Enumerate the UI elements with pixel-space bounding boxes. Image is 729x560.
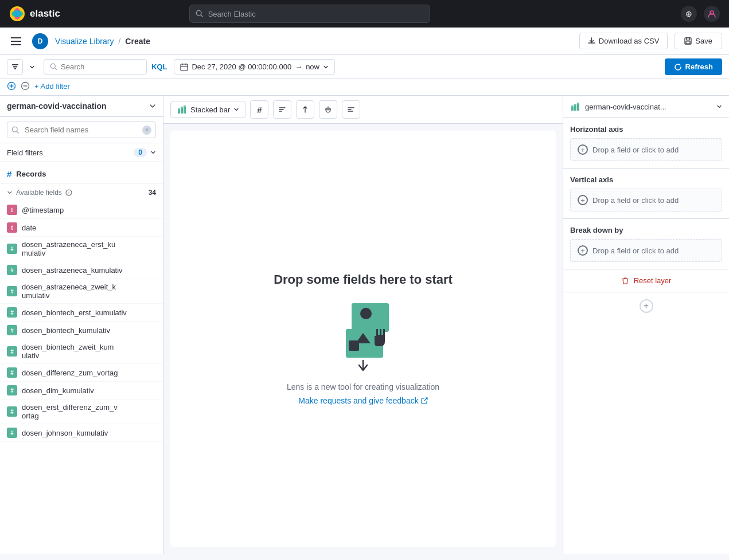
minus-filter-button[interactable]: [21, 81, 30, 91]
add-layer-row[interactable]: +: [563, 292, 729, 320]
available-fields-header: Available fields i 34: [0, 184, 163, 201]
clear-search-icon[interactable]: ✕: [142, 126, 151, 135]
search-input[interactable]: [61, 62, 130, 71]
user-avatar-icon[interactable]: [704, 6, 720, 22]
field-type-badge-number: #: [7, 307, 17, 318]
search-input-wrapper[interactable]: [44, 59, 147, 75]
external-link-icon: [421, 397, 428, 404]
records-label: Records: [16, 170, 46, 178]
svg-rect-48: [574, 105, 576, 111]
svg-rect-28: [178, 110, 180, 113]
download-icon: [588, 37, 595, 45]
filter-dropdown-button[interactable]: [25, 59, 39, 75]
feedback-link[interactable]: Make requests and give feedback: [298, 396, 427, 405]
svg-text:i: i: [68, 191, 69, 195]
breakdown-drop-box[interactable]: + Drop a field or click to add: [570, 239, 722, 262]
drop-title: Drop some fields here to start: [274, 272, 453, 287]
search-icon: [50, 63, 57, 71]
filter-icon-button[interactable]: [7, 59, 23, 75]
field-filters-count-badge: 0: [134, 148, 147, 157]
hamburger-button[interactable]: [7, 32, 25, 50]
add-filter-row: + Add filter: [0, 79, 729, 96]
field-item[interactable]: t @timestamp: [0, 201, 163, 219]
add-layer-plus-icon: +: [640, 299, 653, 313]
reset-layer-label: Reset layer: [634, 276, 672, 285]
date-range-picker[interactable]: Dec 27, 2020 @ 00:00:00.000 → now: [174, 59, 335, 75]
refresh-button[interactable]: Refresh: [665, 58, 722, 75]
chart-type-selector[interactable]: Stacked bar: [170, 101, 245, 118]
horizontal-axis-label: Horizontal axis: [570, 125, 722, 134]
field-type-badge-number: #: [7, 325, 17, 335]
reset-layer-row[interactable]: Reset layer: [563, 269, 729, 292]
field-type-badge-number: #: [7, 286, 17, 296]
top-nav: elastic Search Elastic ⊕: [0, 0, 729, 28]
settings-toolbar-button[interactable]: [342, 100, 360, 119]
center-canvas: Stacked bar # Drop some fields here to s…: [163, 96, 563, 554]
field-item[interactable]: # dosen_astrazeneca_zweit_kumulativ: [0, 279, 163, 304]
field-filters-chevron: [150, 150, 156, 155]
filter-icon: [11, 63, 19, 71]
save-button[interactable]: Save: [675, 33, 722, 49]
field-type-badge-number: #: [7, 406, 17, 417]
svg-rect-9: [686, 41, 690, 44]
svg-rect-12: [14, 68, 16, 69]
drop-canvas[interactable]: Drop some fields here to start: [170, 131, 556, 547]
elastic-logo[interactable]: elastic: [9, 6, 60, 22]
vertical-axis-placeholder: Drop a field or click to add: [592, 196, 679, 205]
hamburger-line: [11, 44, 21, 45]
field-filters-row[interactable]: Field filters 0: [0, 143, 163, 162]
field-name: dosen_astrazeneca_zweit_kumulativ: [22, 283, 116, 300]
feedback-label: Make requests and give feedback: [298, 396, 418, 405]
download-csv-button[interactable]: Download as CSV: [579, 33, 668, 49]
field-item[interactable]: # dosen_astrazeneca_kumulativ: [0, 261, 163, 279]
field-search-container: ✕: [7, 122, 156, 138]
right-panel-index-row[interactable]: german-covid-vaccinat...: [563, 96, 729, 118]
fields-list: # Records Available fields i 34 t @times…: [0, 162, 163, 554]
drag-toolbar-button[interactable]: [319, 100, 337, 119]
sort-toolbar-button[interactable]: [273, 100, 291, 119]
breakdown-label: Break down by: [570, 226, 722, 234]
field-item[interactable]: # dosen_johnson_kumulativ: [0, 424, 163, 442]
svg-rect-10: [12, 64, 18, 65]
add-filter-button[interactable]: + Add filter: [34, 82, 70, 91]
download-csv-label: Download as CSV: [599, 37, 660, 45]
svg-line-14: [55, 68, 57, 70]
field-item[interactable]: t date: [0, 219, 163, 237]
field-item[interactable]: # dosen_biontech_zweit_kumulativ: [0, 339, 163, 364]
help-icon[interactable]: ⊕: [681, 6, 697, 22]
field-search-input[interactable]: [7, 122, 156, 138]
index-selector[interactable]: german-covid-vaccination: [0, 96, 163, 117]
kql-badge[interactable]: KQL: [151, 62, 167, 71]
field-item[interactable]: # dosen_erst_differenz_zum_vortag: [0, 400, 163, 424]
breadcrumb-separator: /: [118, 37, 120, 46]
field-search-section: ✕: [0, 117, 163, 143]
svg-rect-50: [577, 104, 579, 111]
swap-toolbar-button[interactable]: [296, 100, 314, 119]
field-type-badge-number: #: [7, 385, 17, 395]
svg-rect-51: [577, 103, 579, 104]
field-item[interactable]: # dosen_astrazeneca_erst_kumulativ: [0, 237, 163, 261]
svg-line-5: [201, 15, 202, 17]
field-item[interactable]: # dosen_differenz_zum_vortag: [0, 364, 163, 382]
circle-filter-icon-button[interactable]: [7, 81, 16, 91]
search-icon-top: [196, 10, 204, 18]
field-name: dosen_biontech_zweit_kumulativ: [22, 343, 114, 360]
hamburger-line: [11, 37, 21, 38]
field-name: dosen_biontech_kumulativ: [22, 326, 110, 335]
hashtag-toolbar-button[interactable]: #: [250, 100, 268, 119]
available-fields-left[interactable]: Available fields i: [7, 189, 72, 197]
svg-rect-30: [181, 108, 183, 113]
field-type-badge-number: #: [7, 346, 17, 357]
field-item[interactable]: # dosen_biontech_erst_kumulativ: [0, 304, 163, 322]
vertical-axis-drop-box[interactable]: + Drop a field or click to add: [570, 189, 722, 212]
records-item[interactable]: # Records: [0, 165, 163, 184]
chevron-down-icon: [29, 64, 35, 70]
field-item[interactable]: # dosen_dim_kumulativ: [0, 382, 163, 400]
available-fields-count: 34: [149, 189, 156, 197]
top-search-bar[interactable]: Search Elastic: [189, 5, 430, 23]
right-panel-chevron: [716, 104, 722, 109]
breadcrumb-current: Create: [125, 37, 150, 46]
horizontal-axis-drop-box[interactable]: + Drop a field or click to add: [570, 138, 722, 161]
field-item[interactable]: # dosen_biontech_kumulativ: [0, 322, 163, 339]
breadcrumb-parent-link[interactable]: Visualize Library: [55, 37, 114, 46]
